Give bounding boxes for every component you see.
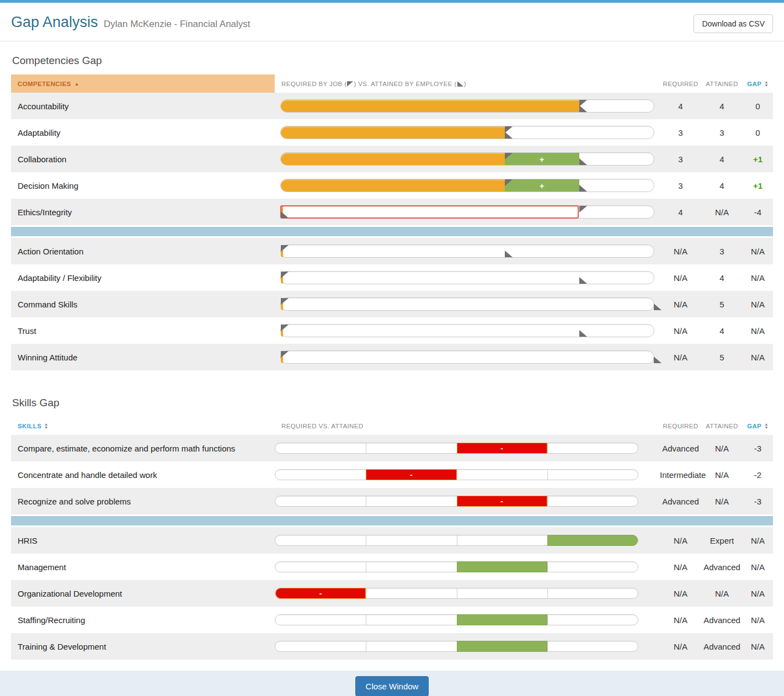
attained-value: 5 (701, 353, 743, 362)
required-value: N/A (660, 300, 701, 309)
required-value: 4 (660, 102, 701, 111)
page-subtitle: Dylan McKenzie - Financial Analyst (104, 19, 250, 29)
sort-both-icon: ▲▼ (764, 81, 768, 87)
required-marker-icon (281, 298, 289, 305)
orange-fill (281, 126, 505, 139)
required-value: 3 (660, 155, 701, 164)
gap-bar: + (280, 179, 654, 192)
table-row: Concentrate and handle detailed work-Int… (11, 461, 773, 488)
gap-value: N/A (743, 273, 773, 283)
gap-bar (280, 350, 654, 364)
attained-value: Advanced (701, 615, 743, 625)
table-row: Compare, estimate, economize and perform… (11, 435, 773, 461)
segment-divider (366, 641, 366, 651)
attained-marker-icon (579, 277, 587, 284)
deficit-red-outline (280, 205, 579, 219)
competencies-header-label: COMPETENCIES (18, 81, 71, 87)
bar-cell (275, 535, 660, 546)
segment-divider (547, 443, 548, 453)
required-value: N/A (660, 326, 701, 336)
orange-fill (281, 153, 505, 165)
gap-bar (280, 324, 654, 337)
gap-bar (280, 271, 654, 284)
attained-value: N/A (701, 444, 743, 453)
table-row: Training & DevelopmentN/AAdvancedN/A (11, 633, 773, 660)
skills-table-header: SKILLS ▲▼ REQUIRED VS. ATTAINED REQUIRED… (11, 417, 773, 435)
competencies-table-body: Accountability440Adaptability330Collabor… (11, 93, 773, 370)
bar-cell (275, 205, 660, 219)
bar-cell (275, 641, 660, 652)
surplus-green-block: + (505, 179, 579, 192)
segment-divider (457, 470, 457, 480)
gap-bar (275, 641, 638, 652)
skills-table: SKILLS ▲▼ REQUIRED VS. ATTAINED REQUIRED… (11, 417, 773, 660)
deficit-red-block: - (457, 496, 547, 507)
required-marker-icon (281, 245, 289, 252)
gap-header-label: GAP (747, 423, 761, 429)
gap-bar: - (275, 469, 638, 480)
gap-value: +1 (743, 155, 773, 164)
required-value: N/A (660, 615, 701, 625)
table-row: HRISN/AExpertN/A (11, 527, 773, 554)
skill-label: Concentrate and handle detailed work (11, 470, 275, 480)
competencies-table: COMPETENCIES ▲ REQUIRED BY JOB () VS. AT… (11, 75, 773, 370)
bar-cell (275, 297, 660, 311)
competencies-sort-header[interactable]: COMPETENCIES ▲ (11, 75, 275, 93)
bar-cell (275, 350, 660, 364)
deficit-red-block: - (457, 443, 547, 454)
gap-value: N/A (743, 353, 773, 362)
skill-label: Staffing/Recruiting (11, 615, 275, 625)
close-window-button[interactable]: Close Window (355, 676, 429, 696)
deficit-red-block: - (275, 588, 366, 599)
attained-marker-icon (579, 330, 587, 337)
skill-label: Training & Development (11, 642, 275, 651)
required-value: 3 (660, 128, 701, 137)
attained-value: N/A (701, 497, 743, 506)
gap-value: N/A (743, 562, 773, 572)
required-value: N/A (660, 273, 701, 283)
table-row: Accountability440 (11, 93, 773, 119)
gap-bar: + (280, 152, 654, 166)
required-value: N/A (660, 562, 701, 572)
gap-bar (280, 99, 654, 113)
gap-value: N/A (743, 589, 773, 598)
attained-green-block (547, 535, 638, 546)
skills-header-label: SKILLS (18, 423, 41, 429)
gap-bar: - (275, 588, 638, 599)
required-marker-icon (281, 351, 289, 358)
gap-sort-header[interactable]: GAP ▲▼ (743, 417, 773, 435)
required-value: N/A (660, 536, 701, 545)
surplus-green-block: + (505, 153, 579, 165)
attained-value: N/A (701, 208, 743, 217)
table-row: Collaboration+34+1 (11, 146, 773, 172)
gap-header-label: GAP (747, 81, 761, 87)
competency-label: Decision Making (11, 181, 275, 190)
table-row: Staffing/RecruitingN/AAdvancedN/A (11, 607, 773, 633)
download-csv-button[interactable]: Download as CSV (694, 14, 773, 33)
gap-sort-header[interactable]: GAP ▲▼ (743, 75, 773, 93)
segment-divider (457, 588, 457, 598)
bar-cell (275, 245, 660, 258)
segment-divider (547, 615, 548, 625)
gap-value: N/A (743, 326, 773, 336)
competency-label: Winning Attitude (11, 353, 275, 362)
bar-cell: - (275, 588, 660, 599)
attained-value: 3 (701, 247, 743, 256)
gap-value: -4 (743, 208, 773, 217)
gap-bar (280, 297, 654, 311)
sort-both-icon: ▲▼ (44, 423, 48, 429)
skill-label: Recognize and solve problems (11, 497, 275, 506)
attained-value: 4 (701, 273, 743, 283)
skills-bar-header: REQUIRED VS. ATTAINED (275, 417, 660, 435)
required-value: Advanced (660, 444, 701, 453)
attained-value: 4 (701, 155, 743, 164)
gap-value: N/A (743, 300, 773, 309)
required-value: N/A (660, 589, 701, 598)
segment-divider (366, 535, 366, 545)
table-row: Adaptability / FlexibilityN/A4N/A (11, 264, 773, 291)
skills-sort-header[interactable]: SKILLS ▲▼ (11, 417, 275, 435)
attained-value: N/A (701, 470, 743, 480)
gap-value: N/A (743, 615, 773, 625)
table-row: TrustN/A4N/A (11, 317, 773, 344)
table-row: Action OrientationN/A3N/A (11, 238, 773, 264)
